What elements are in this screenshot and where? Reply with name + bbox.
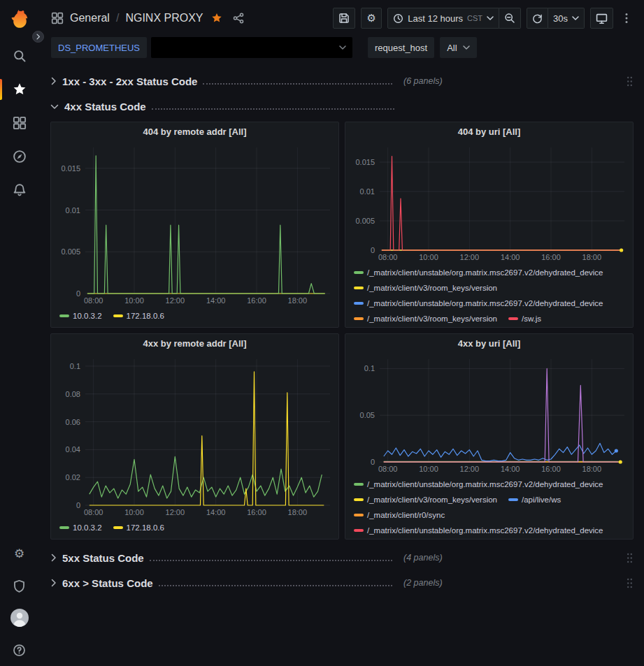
legend-item[interactable]: 172.18.0.6 xyxy=(113,308,164,324)
svg-text:0.08: 0.08 xyxy=(66,390,80,398)
breadcrumb-folder[interactable]: General xyxy=(70,12,110,24)
timeseries-chart[interactable]: 08:0010:0012:0014:0016:0018:0000.050.1 xyxy=(348,352,631,475)
legend-item[interactable]: /_matrix/client/v3/room_keys/version xyxy=(354,492,497,507)
refresh-icon xyxy=(532,13,543,24)
kiosk-mode-button[interactable] xyxy=(590,8,613,29)
share-icon[interactable] xyxy=(233,13,244,24)
dotted-leader xyxy=(152,108,394,110)
gear-icon: ⚙ xyxy=(367,13,376,24)
refresh-interval-picker[interactable]: 30s xyxy=(548,8,585,29)
legend-item[interactable]: /_matrix/client/unstable/org.matrix.msc2… xyxy=(354,265,603,280)
row-title: 5xx Status Code xyxy=(62,551,144,565)
legend-item[interactable]: /_matrix/client/unstable/org.matrix.msc2… xyxy=(354,477,603,492)
sidebar-expand-button[interactable] xyxy=(32,31,44,43)
chart-legend: /_matrix/client/unstable/org.matrix.msc2… xyxy=(345,475,633,539)
chart-legend: 10.0.3.2172.18.0.6 xyxy=(51,307,338,327)
legend-item[interactable]: 10.0.3.2 xyxy=(59,520,102,535)
chevron-down-icon xyxy=(572,16,579,20)
legend-item[interactable]: /_matrix/client/v3/room_keys/version xyxy=(354,280,497,296)
row-panel-count: (4 panels) xyxy=(403,553,443,563)
kebab-menu-icon xyxy=(625,13,628,24)
request-host-value-select[interactable]: All xyxy=(440,37,476,58)
panel-title[interactable]: 404 by uri [All] xyxy=(345,122,633,140)
row-header-4xx[interactable]: 4xx Status Code xyxy=(50,96,634,116)
sidebar-item-help[interactable] xyxy=(0,634,38,666)
legend-item[interactable]: /api/live/ws xyxy=(508,492,561,507)
legend-item[interactable]: /_matrix/client/unstable/org.matrix.msc2… xyxy=(354,296,603,311)
row-drag-handle[interactable] xyxy=(626,577,634,589)
sidebar-item-alerting[interactable] xyxy=(0,173,38,207)
svg-text:0.06: 0.06 xyxy=(66,418,80,426)
legend-item[interactable]: 172.18.0.6 xyxy=(113,520,164,535)
drag-handle-icon xyxy=(626,75,634,87)
sidebar-item-dashboards[interactable] xyxy=(0,106,38,140)
svg-text:0.005: 0.005 xyxy=(355,217,375,225)
sidebar-item-settings[interactable]: ⚙ xyxy=(0,537,38,570)
search-icon xyxy=(13,49,27,63)
panel-title-text: 4xx by uri [All] xyxy=(458,338,521,349)
timeseries-chart[interactable]: 08:0010:0012:0014:0016:0018:0000.0050.01… xyxy=(53,140,336,307)
svg-text:14:00: 14:00 xyxy=(501,465,520,473)
panel-title[interactable]: 404 by remote addr [All] xyxy=(51,122,338,140)
topbar: General / NGINX PROXY ⚙ xyxy=(38,0,644,36)
panel-title-text: 404 by remote addr [All] xyxy=(143,126,246,137)
legend-item[interactable]: /_matrix/client/r0/sync xyxy=(354,507,445,523)
svg-text:16:00: 16:00 xyxy=(247,296,266,305)
sidebar-item-profile[interactable] xyxy=(0,602,38,634)
panel-title[interactable]: 4xx by uri [All] xyxy=(345,334,633,352)
row-header-5xx[interactable]: 5xx Status Code (4 panels) xyxy=(50,548,634,567)
refresh-button[interactable] xyxy=(527,8,548,29)
breadcrumb-dashboard-title[interactable]: NGINX PROXY xyxy=(125,12,203,24)
dashboard-settings-button[interactable]: ⚙ xyxy=(361,8,382,29)
svg-text:0.1: 0.1 xyxy=(364,364,375,372)
gear-icon: ⚙ xyxy=(14,548,24,560)
row-header-1xx-3xx-2xx[interactable]: 1xx - 3xx - 2xx Status Code (6 panels) xyxy=(50,71,634,91)
sidebar-item-explore[interactable] xyxy=(0,140,38,173)
row-drag-handle[interactable] xyxy=(626,552,634,564)
breadcrumb: General / NGINX PROXY xyxy=(51,12,327,24)
legend-swatch xyxy=(354,529,364,532)
zoom-out-time-button[interactable] xyxy=(499,8,521,29)
sidebar-item-server-admin[interactable] xyxy=(0,570,38,602)
legend-label: /_matrix/client/unstable/org.matrix.msc2… xyxy=(367,265,603,280)
chart-legend: 10.0.3.2172.18.0.6 xyxy=(51,519,338,539)
row-header-6xx[interactable]: 6xx > Status Code (2 panels) xyxy=(50,573,634,593)
sidebar-item-starred[interactable] xyxy=(0,73,38,106)
legend-item[interactable]: /sw.js xyxy=(508,311,541,326)
legend-swatch xyxy=(59,314,69,317)
panel-title-text: 4xx by remote addr [All] xyxy=(143,338,246,349)
time-range-picker[interactable]: Last 12 hours CST xyxy=(387,8,499,29)
row-drag-handle[interactable] xyxy=(626,75,634,87)
avatar xyxy=(10,609,29,627)
chart-legend: /_matrix/client/unstable/org.matrix.msc2… xyxy=(345,263,633,327)
panel-title[interactable]: 4xx by remote addr [All] xyxy=(51,334,338,352)
monitor-icon xyxy=(596,13,608,24)
bell-icon xyxy=(13,183,27,197)
grafana-flame-icon xyxy=(10,10,29,29)
svg-text:0.015: 0.015 xyxy=(355,158,375,166)
datasource-value-select[interactable] xyxy=(151,37,352,58)
legend-label: /_matrix/client/r0/sync xyxy=(367,507,445,523)
legend-swatch xyxy=(59,526,69,529)
save-dashboard-button[interactable] xyxy=(333,8,355,29)
svg-text:08:00: 08:00 xyxy=(84,296,103,305)
sidebar: ⚙ xyxy=(0,0,38,666)
dotted-leader xyxy=(159,585,392,586)
legend-swatch xyxy=(354,498,364,501)
timeseries-chart[interactable]: 08:0010:0012:0014:0016:0018:0000.020.040… xyxy=(53,352,336,519)
chevron-right-icon xyxy=(50,553,57,562)
legend-item[interactable]: /_matrix/client/unstable/org.matrix.msc2… xyxy=(354,523,603,538)
more-options-button[interactable] xyxy=(619,8,634,29)
sidebar-item-search[interactable] xyxy=(0,39,38,73)
panels-grid: 404 by remote addr [All] 08:0010:0012:00… xyxy=(50,122,634,540)
timeseries-chart[interactable]: 08:0010:0012:0014:0016:0018:0000.0050.01… xyxy=(348,140,631,263)
legend-swatch xyxy=(508,498,518,501)
favorite-star-icon[interactable] xyxy=(211,13,222,24)
legend-item[interactable]: /_matrix/client/v3/room_keys/version xyxy=(354,311,497,326)
svg-text:08:00: 08:00 xyxy=(378,253,398,261)
datasource-variable-label[interactable]: DS_PROMETHEUS xyxy=(51,37,147,58)
help-icon xyxy=(13,644,26,657)
svg-text:12:00: 12:00 xyxy=(166,296,185,305)
legend-item[interactable]: 10.0.3.2 xyxy=(59,308,102,324)
legend-label: 172.18.0.6 xyxy=(127,520,164,535)
